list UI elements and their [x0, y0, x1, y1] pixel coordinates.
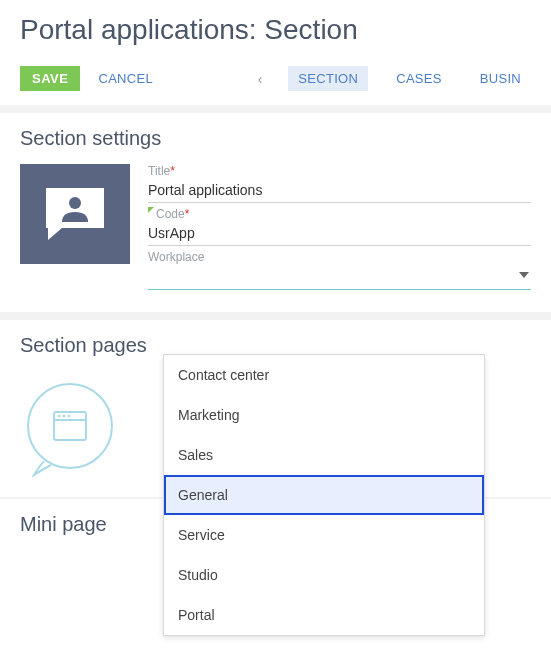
- code-corner-icon: [148, 207, 154, 213]
- workplace-dropdown: Contact centerMarketingSalesGeneralServi…: [163, 354, 485, 636]
- workplace-select[interactable]: [148, 264, 531, 290]
- section-settings-heading: Section settings: [20, 127, 531, 150]
- field-code-value[interactable]: UsrApp: [148, 221, 531, 246]
- cancel-button[interactable]: CANCEL: [98, 71, 153, 86]
- field-workplace-label: Workplace: [148, 250, 531, 264]
- svg-point-0: [69, 197, 81, 209]
- svg-point-1: [28, 384, 112, 468]
- toolbar: SAVE CANCEL ‹ SECTION CASES BUSIN: [0, 54, 551, 105]
- section-icon[interactable]: [20, 164, 130, 264]
- arrow-left-icon[interactable]: ‹: [250, 71, 271, 87]
- dropdown-item[interactable]: General: [164, 475, 484, 515]
- dropdown-item[interactable]: Service: [164, 515, 484, 555]
- field-title-value[interactable]: Portal applications: [148, 178, 531, 203]
- svg-point-5: [63, 415, 66, 418]
- field-title-label: Title*: [148, 164, 531, 178]
- tab-cases[interactable]: CASES: [386, 66, 452, 91]
- dropdown-item[interactable]: Portal: [164, 595, 484, 635]
- tab-business[interactable]: BUSIN: [470, 66, 531, 91]
- chevron-down-icon: [519, 272, 529, 278]
- field-title: Title* Portal applications: [148, 164, 531, 203]
- page-bubble-icon[interactable]: [20, 379, 120, 479]
- svg-point-6: [68, 415, 71, 418]
- dropdown-item[interactable]: Contact center: [164, 355, 484, 395]
- svg-point-4: [58, 415, 61, 418]
- page-title: Portal applications: Section: [20, 14, 531, 46]
- field-workplace: Workplace: [148, 250, 531, 290]
- field-code: Code* UsrApp: [148, 207, 531, 246]
- field-code-label: Code*: [148, 207, 531, 221]
- tab-section[interactable]: SECTION: [288, 66, 368, 91]
- section-settings: Section settings Title* Portal applicati…: [0, 113, 551, 312]
- dropdown-item[interactable]: Studio: [164, 555, 484, 595]
- dropdown-item[interactable]: Marketing: [164, 395, 484, 435]
- save-button[interactable]: SAVE: [20, 66, 80, 91]
- dropdown-item[interactable]: Sales: [164, 435, 484, 475]
